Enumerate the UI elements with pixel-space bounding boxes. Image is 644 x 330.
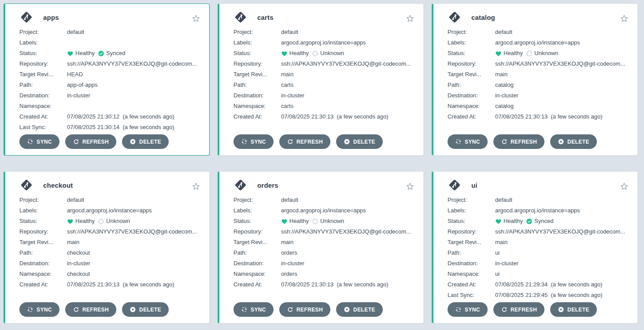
field-label: Labels: <box>19 37 67 48</box>
refresh-button-label: REFRESH <box>82 139 109 145</box>
status-value: Healthy Unknown <box>67 216 133 226</box>
sync-button[interactable]: SYNC <box>19 302 59 317</box>
delete-button-label: DELETE <box>139 307 161 313</box>
app-card-apps[interactable]: apps Project: default Labels: Status: <box>4 4 210 156</box>
field-row-status: Status: Healthy <box>233 216 411 226</box>
field-value: checkout <box>67 248 90 258</box>
sync-button-label: SYNC <box>251 307 266 313</box>
star-outline-icon[interactable] <box>405 14 415 23</box>
field-label: Project: <box>448 27 495 37</box>
x-circle-icon <box>344 138 350 145</box>
app-card-ui[interactable]: ui Project: default Labels: argocd.argop… <box>432 171 638 323</box>
field-value: main <box>281 69 293 80</box>
app-title[interactable]: catalog <box>471 14 495 21</box>
status-value: Healthy Unknown <box>281 48 347 59</box>
app-card-carts[interactable]: carts Project: default Labels: argocd.ar… <box>218 4 424 156</box>
field-row-labels: Labels: argocd.argoproj.io/instance=apps <box>19 205 197 216</box>
refresh-button[interactable]: REFRESH <box>279 302 330 317</box>
card-header: apps <box>19 9 197 25</box>
sync-status-text: Unknown <box>320 216 344 226</box>
delete-button[interactable]: DELETE <box>550 134 597 149</box>
delete-button-label: DELETE <box>353 139 375 145</box>
card-header: catalog <box>448 9 625 25</box>
field-value: ssh://APKA3NYVY37VEX3EKOJQ@git-codecom..… <box>67 226 197 237</box>
field-label: Status: <box>448 48 495 59</box>
field-rows: Project: default Labels: argocd.argoproj… <box>448 195 625 300</box>
star-outline-icon[interactable] <box>191 14 201 23</box>
refresh-button[interactable]: REFRESH <box>65 134 116 149</box>
star-outline-icon[interactable] <box>619 182 629 191</box>
field-row-labels: Labels: argocd.argoproj.io/instance=apps <box>448 37 625 48</box>
sync-button[interactable]: SYNC <box>233 134 274 149</box>
empty-circle-icon <box>312 218 318 225</box>
application-git-diamond-icon <box>233 178 248 192</box>
sync-button[interactable]: SYNC <box>448 302 488 317</box>
heart-icon <box>495 50 502 57</box>
field-row-path: Path: orders <box>233 248 411 258</box>
field-value: ssh://APKA3NYVY37VEX3EKOJQ@git-codecom..… <box>495 59 625 69</box>
field-label: Last Sync: <box>448 290 495 300</box>
redo-arrow-icon <box>73 306 79 313</box>
sync-status-text: Unknown <box>534 48 558 59</box>
app-title[interactable]: checkout <box>43 182 73 189</box>
field-value: argocd.argoproj.io/instance=apps <box>281 37 366 48</box>
card-actions: SYNC REFRESH DELETE <box>448 134 625 149</box>
sync-button[interactable]: SYNC <box>448 134 488 149</box>
field-row-created-at: Created At: 07/08/2025 21:30:13 (a few s… <box>19 279 197 290</box>
refresh-button[interactable]: REFRESH <box>493 134 544 149</box>
field-label: Labels: <box>233 37 281 48</box>
field-row-repository: Repository: ssh://APKA3NYVY37VEX3EKOJQ@g… <box>19 226 197 237</box>
delete-button-label: DELETE <box>353 307 375 313</box>
field-label: Namespace: <box>448 269 495 279</box>
card-actions: SYNC REFRESH DELETE <box>233 302 411 317</box>
sync-button[interactable]: SYNC <box>233 302 274 317</box>
field-label: Created At: <box>448 111 495 122</box>
refresh-button[interactable]: REFRESH <box>493 302 544 317</box>
sync-arrows-icon <box>241 138 248 145</box>
heart-icon <box>495 218 502 225</box>
field-row-labels: Labels: argocd.argoproj.io/instance=apps <box>233 37 411 48</box>
sync-button[interactable]: SYNC <box>19 134 59 149</box>
star-outline-icon[interactable] <box>191 182 201 191</box>
field-row-namespace: Namespace: orders <box>233 269 411 279</box>
delete-button[interactable]: DELETE <box>122 134 169 149</box>
app-card-orders[interactable]: orders Project: default Labels: argocd.a… <box>218 171 424 323</box>
field-label: Status: <box>19 48 67 59</box>
sync-arrows-icon <box>27 306 33 313</box>
field-value: catalog <box>495 80 514 90</box>
delete-button[interactable]: DELETE <box>336 134 383 149</box>
refresh-button[interactable]: REFRESH <box>65 302 116 317</box>
field-label: Labels: <box>19 205 67 216</box>
card-actions: SYNC REFRESH DELETE <box>233 134 411 149</box>
app-title[interactable]: ui <box>471 182 477 189</box>
app-card-checkout[interactable]: checkout Project: default Labels: argocd… <box>4 171 210 323</box>
app-title[interactable]: orders <box>257 182 278 189</box>
field-value: checkout <box>67 269 90 279</box>
field-label: Created At: <box>448 279 495 290</box>
field-label: Namespace: <box>233 101 281 111</box>
empty-circle-icon <box>526 50 533 57</box>
delete-button[interactable]: DELETE <box>336 302 383 317</box>
field-row-target-revision: Target Revi... main <box>233 69 411 80</box>
field-row-namespace: Namespace: catalog <box>448 101 625 111</box>
app-card-catalog[interactable]: catalog Project: default Labels: argocd.… <box>432 4 638 156</box>
field-label: Created At: <box>233 111 281 122</box>
field-label: Target Revi... <box>448 69 495 80</box>
refresh-button[interactable]: REFRESH <box>279 134 330 149</box>
field-rows: Project: default Labels: Status: Healthy <box>19 27 197 133</box>
app-title[interactable]: carts <box>257 14 274 21</box>
field-label: Created At: <box>233 279 281 290</box>
star-outline-icon[interactable] <box>619 14 629 23</box>
sync-button-label: SYNC <box>465 139 480 145</box>
delete-button[interactable]: DELETE <box>550 302 597 317</box>
field-row-status: Status: Healthy <box>448 48 625 59</box>
field-label: Target Revi... <box>448 237 495 248</box>
app-title[interactable]: apps <box>43 14 59 21</box>
field-row-namespace: Namespace: carts <box>233 101 411 111</box>
field-value: default <box>495 27 512 37</box>
star-outline-icon[interactable] <box>405 182 415 191</box>
heart-icon <box>67 50 74 57</box>
delete-button[interactable]: DELETE <box>122 302 169 317</box>
redo-arrow-icon <box>73 138 79 145</box>
health-status-text: Healthy <box>289 216 309 226</box>
